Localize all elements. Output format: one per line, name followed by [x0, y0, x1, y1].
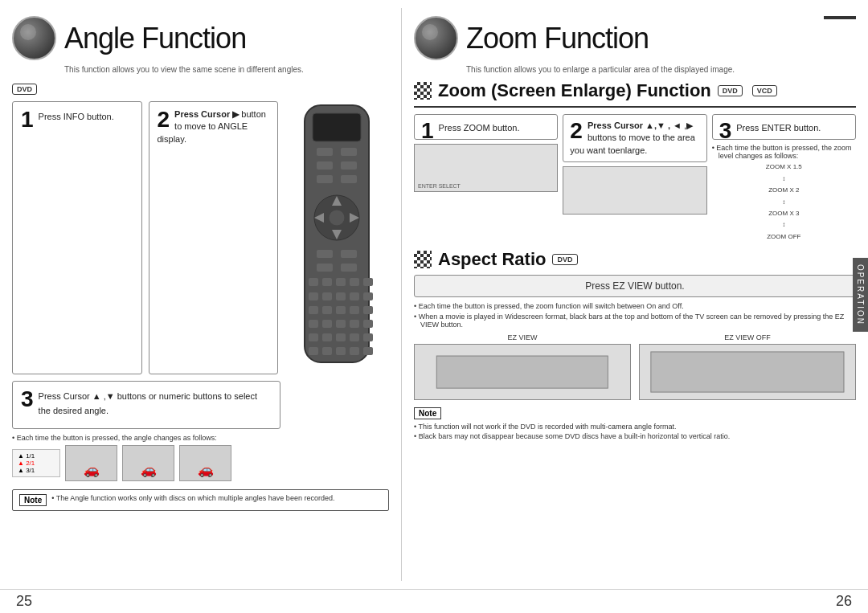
zoom-step1-area: 1 Press ZOOM button. ENTER SELECT [414, 114, 558, 243]
svg-rect-16 [317, 264, 333, 272]
aspect-checkerboard-icon [414, 251, 432, 268]
svg-rect-36 [350, 320, 359, 328]
svg-rect-37 [363, 320, 373, 328]
zoom-screen-enlarge-section: Zoom (Screen Enlarge) Function DVD VCD 1… [414, 80, 856, 243]
zoom-note: • Each time the button is pressed, the z… [712, 144, 856, 160]
zoom-step3-text: Press ENTER button. [736, 123, 821, 133]
car-scene-3: 🚗 [179, 445, 231, 481]
step2-box: 2 Press Cursor ▶ button to move to ANGLE… [149, 101, 279, 374]
svg-rect-47 [363, 347, 373, 355]
step1-number: 1 [21, 108, 34, 131]
svg-rect-26 [350, 292, 359, 300]
svg-rect-29 [322, 306, 332, 314]
svg-rect-19 [322, 278, 332, 286]
svg-rect-24 [322, 292, 332, 300]
step3-box: 3 Press Cursor ▲ ,▼ buttons or numeric b… [12, 381, 280, 429]
svg-rect-28 [309, 306, 318, 314]
car-scene-2: 🚗 [122, 445, 174, 481]
ez-view-press-box: Press EZ VIEW button. [414, 275, 856, 297]
steps-1-2-row: 1 Press INFO button. 2 Press Cursor ▶ bu… [12, 101, 389, 374]
angle-subtitle: This function allows you to view the sam… [64, 65, 389, 74]
zoom-arrow1: ↕ [712, 174, 856, 185]
ez-view-off-screen [639, 344, 856, 400]
svg-rect-41 [350, 333, 359, 341]
step2-bold: Press Cursor ▶ [174, 109, 239, 119]
angle-title: Angle Function [64, 22, 246, 55]
step2-text: Press Cursor ▶ button to move to ANGLE d… [158, 108, 270, 145]
zoom-enlarge-title: Zoom (Screen Enlarge) Function [438, 80, 711, 101]
right-panel: Zoom Function This function allows you t… [402, 8, 868, 581]
zoom-x2: ZOOM X 2 [712, 185, 856, 196]
zoom-note-label: Note [414, 407, 441, 419]
page-footer: 25 26 [0, 589, 868, 613]
svg-rect-32 [363, 306, 373, 314]
step2-number: 2 [158, 108, 170, 131]
svg-rect-18 [309, 278, 318, 286]
checkerboard-icon [414, 82, 432, 100]
zoom-dvd-badge: DVD [718, 85, 743, 96]
left-panel: Angle Function This function allows you … [0, 8, 402, 581]
ez-view-screen-box: EZ VIEW [414, 333, 631, 400]
angle-icon [12, 16, 56, 60]
aspect-ratio-title: Aspect Ratio [438, 249, 546, 270]
zoom-step2-number: 2 [570, 120, 583, 142]
step3-number: 3 [21, 388, 34, 411]
svg-rect-4 [317, 161, 333, 170]
zoom-step2-bold: Press Cursor ▲,▼ , [588, 121, 670, 130]
ez-view-inner [436, 356, 608, 389]
step3-text: Press Cursor ▲ ,▼ buttons or numeric but… [39, 391, 257, 415]
angle-info-box: ▲ 1/1 ▲ 2/1 ▲ 3/1 [12, 449, 60, 477]
zoom-title: Zoom Function [466, 22, 649, 55]
zoom-step2-area: 2 Press Cursor ▲,▼ , ◄ ,▶ buttons to mov… [563, 114, 706, 243]
ez-view-label: EZ VIEW [414, 333, 631, 341]
zoom-vcd-badge: VCD [752, 85, 777, 96]
aspect-dvd-badge: DVD [552, 254, 577, 265]
angle-display-row: ▲ 1/1 ▲ 2/1 ▲ 3/1 🚗 🚗 🚗 [12, 445, 280, 481]
zoom-note-container: Note • This function will not work if th… [414, 405, 856, 440]
svg-rect-17 [341, 264, 357, 272]
svg-rect-3 [341, 148, 357, 156]
svg-rect-30 [336, 306, 346, 314]
svg-rect-35 [336, 320, 346, 328]
note-label: Note [19, 494, 47, 506]
svg-rect-15 [341, 250, 357, 258]
aspect-bullet2: • When a movie is played in Widescreen f… [414, 313, 856, 329]
ez-view-screen [414, 344, 631, 400]
svg-rect-7 [341, 175, 357, 183]
operation-tab: OPERATION [853, 257, 868, 331]
svg-rect-5 [341, 161, 357, 170]
aspect-ratio-section: Aspect Ratio DVD Press EZ VIEW button. •… [414, 249, 856, 440]
zoom-arrow2: ↕ [712, 197, 856, 208]
zoom-step3-area: 3 Press ENTER button. • Each time the bu… [712, 114, 856, 243]
svg-rect-43 [309, 347, 318, 355]
zoom-steps-container: 1 Press ZOOM button. ENTER SELECT 2 Pres… [414, 114, 856, 243]
zoom-step3-number: 3 [719, 120, 732, 142]
svg-point-13 [329, 210, 345, 226]
zoom-x3: ZOOM X 3 [712, 208, 856, 219]
top-line [824, 16, 856, 19]
svg-rect-40 [336, 333, 346, 341]
zoom-off: ZOOM OFF [712, 231, 856, 243]
zoom-step3-box: 3 Press ENTER button. [712, 114, 856, 140]
angle-note-box: Note • The Angle function works only wit… [12, 489, 389, 511]
svg-rect-27 [363, 292, 373, 300]
zoom-note-bullet2: • Black bars may not disappear because s… [414, 432, 856, 440]
ez-view-off-screen-box: EZ VIEW OFF [639, 333, 856, 400]
page-number-right: 26 [836, 593, 852, 610]
aspect-bullet1: • Each time the button is pressed, the z… [414, 302, 856, 310]
remote-svg [289, 101, 385, 374]
zoom-enlarge-header: Zoom (Screen Enlarge) Function DVD VCD [414, 80, 856, 108]
svg-rect-46 [350, 347, 359, 355]
ez-screens-row: EZ VIEW EZ VIEW OFF [414, 333, 856, 400]
zoom-function-header: Zoom Function [414, 16, 856, 60]
zoom-level-list: ZOOM X 1.5 ↕ ZOOM X 2 ↕ ZOOM X 3 ↕ ZOOM … [712, 161, 856, 243]
svg-rect-33 [309, 320, 318, 328]
svg-rect-39 [322, 333, 332, 341]
remote-placeholder [285, 101, 389, 374]
svg-rect-23 [309, 292, 318, 300]
svg-rect-25 [336, 292, 346, 300]
svg-rect-42 [363, 333, 373, 341]
zoom-step1-number: 1 [421, 120, 434, 142]
zoom-subtitle: This function allows you to enlarge a pa… [466, 65, 856, 74]
aspect-ratio-header: Aspect Ratio DVD [414, 249, 856, 270]
